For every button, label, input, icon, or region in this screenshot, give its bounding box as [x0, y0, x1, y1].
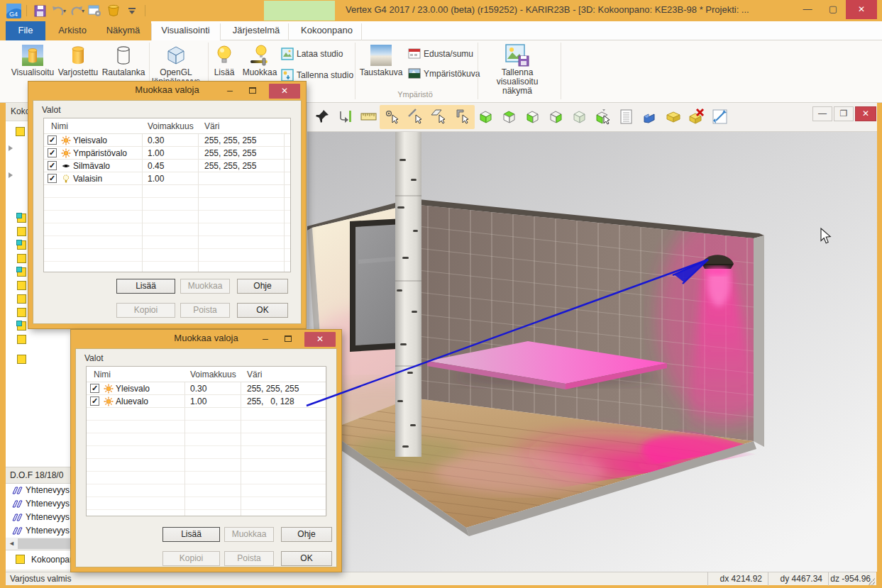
list-header[interactable]: Nimi Voimakkuus Väri [87, 367, 326, 382]
dialog-minimize-button[interactable]: – [258, 332, 273, 345]
light-row[interactable]: Valaisin 1.00 [44, 172, 290, 185]
edit-light-button[interactable]: Muokkaa [241, 42, 278, 77]
light-row[interactable]: Yleisvalo 0.30 255, 255, 255 [87, 382, 326, 395]
cube-front-face-icon[interactable] [477, 108, 495, 126]
lights-list[interactable]: Nimi Voimakkuus Väri Yleisvalo 0.30 255,… [86, 366, 326, 516]
copy-button[interactable]: Kopioi [116, 303, 175, 318]
snap-face-icon[interactable] [430, 108, 448, 126]
light-enabled-checkbox[interactable] [48, 161, 57, 170]
cube-right-face-icon[interactable] [547, 108, 566, 126]
light-row[interactable]: Ympäristövalo 1.00 255, 255, 255 [44, 147, 290, 160]
edit-button[interactable]: Muokkaa [224, 527, 274, 542]
measure-update-icon[interactable] [336, 108, 355, 126]
tab-visualisointi[interactable]: Visualisointi [151, 21, 220, 40]
light-row[interactable]: Aluevalo 1.00 255, 0, 128 [87, 395, 326, 408]
cube-left-face-icon[interactable] [524, 108, 542, 126]
export-view-icon[interactable] [711, 108, 729, 126]
part-icon[interactable] [17, 267, 26, 277]
light-enabled-checkbox[interactable] [48, 148, 57, 157]
light-row[interactable]: Silmävalo 0.45 255, 255, 255 [44, 160, 290, 172]
snap-corner-icon[interactable] [453, 108, 472, 126]
dialog-title-bar[interactable]: Muokkaa valoja – ✕ [71, 330, 341, 348]
expand-icon[interactable] [9, 145, 13, 151]
snap-edge-icon[interactable] [407, 108, 425, 126]
select-face-icon[interactable] [594, 108, 612, 126]
part-icon[interactable] [17, 254, 26, 263]
shaded-button[interactable]: Varjostettu [56, 42, 100, 77]
add-light-button[interactable]: Lisää [208, 42, 241, 77]
viewport-close-button[interactable]: ✕ [855, 106, 876, 121]
component-tray-icon[interactable] [664, 108, 683, 126]
part-icon[interactable] [17, 240, 26, 250]
light-enabled-checkbox[interactable] [48, 174, 57, 183]
redo-icon[interactable]: ▾ [69, 3, 84, 18]
light-enabled-checkbox[interactable] [90, 396, 99, 406]
front-fog-button[interactable]: Edusta/sumu [408, 48, 473, 60]
load-studio-button[interactable]: Lataa studio [281, 48, 343, 60]
save-visualized-view-button[interactable]: Tallenna visualisoitu näkymä [481, 42, 553, 96]
viewport-restore-button[interactable]: ❐ [834, 106, 854, 121]
copy-button[interactable]: Kopioi [162, 551, 220, 566]
cube-solid-icon[interactable] [570, 108, 589, 126]
app-logo-icon[interactable]: G4 [6, 3, 21, 18]
cube-top-face-icon[interactable] [500, 108, 519, 126]
minimize-button[interactable]: — [795, 0, 820, 19]
wireframe-button[interactable]: Rautalanka [101, 42, 145, 77]
dialog-maximize-button[interactable] [280, 334, 296, 343]
ruler-icon[interactable] [360, 108, 378, 126]
background-image-button[interactable]: Taustakuva [358, 42, 404, 77]
delete-button[interactable]: Poista [180, 303, 230, 318]
help-button[interactable]: Ohje [237, 279, 288, 294]
edit-button[interactable]: Muokkaa [180, 279, 230, 294]
help-button[interactable]: Ohje [281, 527, 332, 542]
expand-icon[interactable] [9, 172, 13, 178]
tab-jarjestelma[interactable]: Järjestelmä [224, 21, 288, 40]
viewport-minimize-button[interactable]: — [812, 106, 832, 121]
delete-button[interactable]: Poista [224, 551, 274, 566]
ok-button[interactable]: OK [237, 303, 288, 318]
dialog-close-button[interactable]: ✕ [269, 84, 300, 99]
feature-list-icon[interactable] [617, 108, 636, 126]
dialog-title-bar[interactable]: Muokkaa valoja – ✕ [28, 82, 306, 100]
save-studio-button[interactable]: Tallenna studio [281, 69, 353, 82]
dialog-minimize-button[interactable]: – [222, 84, 238, 96]
part-icon[interactable] [17, 281, 26, 290]
maximize-button[interactable]: ▢ [820, 0, 846, 19]
part-icon[interactable] [17, 355, 26, 364]
save-icon[interactable] [32, 3, 48, 18]
dialog-maximize-button[interactable] [245, 86, 260, 95]
assembly-root-icon[interactable] [16, 127, 25, 136]
light-enabled-checkbox[interactable] [90, 384, 99, 393]
ok-button[interactable]: OK [281, 551, 332, 566]
close-button[interactable]: ✕ [846, 0, 877, 19]
tab-nakyma[interactable]: Näkymä [99, 21, 147, 40]
settings-window-icon[interactable] [87, 3, 103, 18]
3d-scene-canvas[interactable] [307, 132, 877, 572]
opengl-transparency-button[interactable]: OpenGL läpinäkyvyys [151, 42, 201, 87]
delete-component-icon[interactable] [688, 108, 706, 126]
tab-arkisto[interactable]: Arkisto [50, 21, 95, 40]
light-enabled-checkbox[interactable] [48, 135, 57, 145]
material-bucket-icon[interactable] [106, 3, 121, 18]
resize-grip[interactable] [868, 578, 875, 585]
scroll-left-icon[interactable]: ◄ [6, 538, 18, 550]
add-button[interactable]: Lisää [162, 527, 220, 542]
add-button[interactable]: Lisää [116, 279, 175, 294]
part-icon[interactable] [641, 108, 659, 126]
part-icon[interactable] [17, 213, 26, 223]
lights-list[interactable]: Nimi Voimakkuus Väri Yleisvalo 0.30 255,… [43, 118, 291, 272]
customize-chevron-icon[interactable] [124, 3, 140, 18]
part-icon[interactable] [17, 321, 26, 331]
light-row[interactable]: Yleisvalo 0.30 255, 255, 255 [44, 134, 290, 147]
visualized-button[interactable]: Visualisoitu [11, 42, 55, 77]
pin-icon[interactable] [313, 108, 331, 126]
part-icon[interactable] [17, 335, 26, 344]
part-icon[interactable] [17, 227, 26, 236]
tab-kokoonpano[interactable]: Kokoonpano [292, 21, 361, 40]
dialog-close-button[interactable]: ✕ [304, 332, 336, 347]
part-icon[interactable] [17, 294, 26, 304]
list-header[interactable]: Nimi Voimakkuus Väri [44, 118, 290, 134]
undo-icon[interactable]: ▾ [50, 3, 66, 18]
tab-file[interactable]: File [6, 21, 45, 40]
part-icon[interactable] [17, 308, 26, 317]
